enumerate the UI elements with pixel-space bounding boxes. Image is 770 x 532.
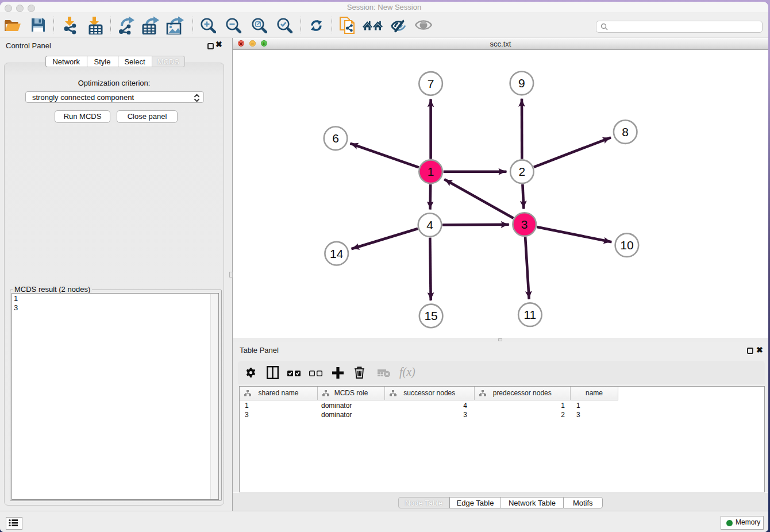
svg-text:6: 6 (332, 132, 339, 145)
svg-text:3: 3 (521, 218, 528, 231)
svg-text:7: 7 (428, 77, 434, 90)
svg-text:2: 2 (519, 165, 526, 178)
svg-text:4: 4 (426, 218, 433, 232)
svg-text:1: 1 (428, 165, 434, 178)
svg-text:8: 8 (622, 125, 629, 138)
svg-text:11: 11 (523, 308, 536, 321)
svg-text:15: 15 (424, 309, 437, 322)
svg-text:10: 10 (620, 238, 633, 252)
svg-text:14: 14 (330, 247, 344, 260)
svg-text:9: 9 (518, 76, 525, 90)
